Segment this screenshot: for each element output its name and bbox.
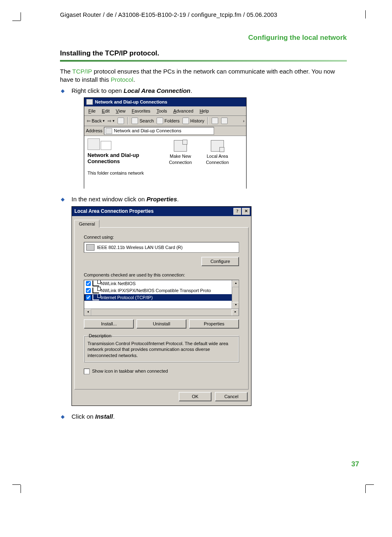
component-item[interactable]: NWLink IPX/SPX/NetBIOS Compatible Transp… (84, 287, 239, 294)
toolbar: ⇦ Back ▾ ⇨ ▾ Search Folders History › (84, 116, 246, 126)
component-checkbox[interactable] (86, 295, 91, 300)
component-checkbox[interactable] (86, 288, 91, 293)
adapter-field: IEEE 802.11b Wireless LAN USB Card (R) (84, 242, 239, 253)
components-listbox[interactable]: NWLink NetBIOS NWLink IPX/SPX/NetBIOS Co… (84, 280, 239, 316)
pane-title: Network and Dial-up Connections (88, 152, 159, 165)
properties-button[interactable]: Properties (189, 319, 239, 329)
pane-description: This folder contains network (88, 171, 159, 176)
description-legend: Description (88, 333, 113, 339)
configure-button[interactable]: Configure (201, 257, 239, 266)
menu-bar[interactable]: File Edit View Favorites Tools Advanced … (84, 106, 246, 116)
info-pane: Network and Dial-up Connections This fol… (84, 136, 162, 189)
address-bar: Address Network and Dial-up Connections (84, 126, 246, 136)
protocol-icon (92, 288, 99, 293)
connections-icon (88, 138, 100, 150)
step-item: Click on Install. (60, 413, 347, 421)
uninstall-button[interactable]: Uninstall (136, 319, 187, 329)
folders-icon (157, 118, 163, 124)
vertical-scrollbar[interactable]: ▴ ▾ (232, 280, 239, 309)
history-button[interactable]: History (182, 117, 205, 124)
component-item-selected[interactable]: Internet Protocol (TCP/IP) (84, 294, 239, 301)
scroll-right-icon[interactable]: ▸ (232, 309, 239, 316)
history-icon (182, 118, 189, 124)
description-group: Description Transmission Control Protoco… (84, 333, 239, 362)
horizontal-scrollbar[interactable]: ◂ ▸ (84, 309, 239, 316)
step-item: In the next window click on Properties. … (60, 195, 347, 406)
divider (60, 60, 347, 62)
up-button[interactable] (117, 117, 125, 124)
scroll-up-icon[interactable]: ▴ (232, 280, 239, 287)
address-icon (106, 128, 112, 134)
scroll-left-icon[interactable]: ◂ (84, 309, 91, 316)
tool-icon (221, 118, 228, 124)
folders-button[interactable]: Folders (156, 117, 180, 124)
connect-using-label: Connect using: (84, 234, 239, 240)
menu-help[interactable]: Help (197, 107, 212, 115)
show-icon-option[interactable]: Show icon in taskbar when connected (84, 368, 239, 374)
tool-icon (212, 118, 218, 124)
window-titlebar: Network and Dial-up Connections (84, 98, 246, 106)
tool-button-1[interactable] (211, 117, 219, 124)
menu-tools[interactable]: Tools (154, 107, 170, 115)
close-button[interactable]: ✕ (242, 208, 250, 215)
lan-connection-icon (211, 140, 224, 152)
document-path: Gigaset Router / de / A31008-E105-B100-2… (60, 12, 347, 18)
menu-view[interactable]: View (113, 107, 128, 115)
component-item[interactable]: NWLink NetBIOS (84, 280, 239, 287)
dialog-titlebar: Local Area Connection Properties ? ✕ (72, 207, 251, 216)
intro-paragraph: The TCP/IP protocol ensures that the PCs… (60, 67, 347, 84)
checkbox[interactable] (84, 369, 90, 374)
search-icon (131, 118, 138, 124)
scroll-down-icon[interactable]: ▾ (232, 302, 239, 309)
nic-icon (86, 244, 95, 251)
component-checkbox[interactable] (86, 281, 91, 286)
protocol-icon (92, 281, 99, 286)
link-protocol: Protocol (111, 76, 133, 83)
address-label: Address (86, 128, 102, 134)
tool-button-2[interactable] (220, 117, 228, 124)
cancel-button[interactable]: Cancel (215, 392, 248, 401)
menu-advanced[interactable]: Advanced (171, 107, 196, 115)
folder-up-icon (118, 118, 124, 124)
protocol-icon (92, 295, 99, 300)
description-text: Transmission Control Protocol/Internet P… (88, 341, 235, 359)
step-item: Right click to open Local Area Connectio… (60, 87, 347, 189)
subsection-title: Installing the TCP/IP protocol. (60, 49, 347, 58)
address-field[interactable]: Network and Dial-up Connections (104, 127, 214, 135)
forward-button[interactable]: ⇨ ▾ (107, 118, 115, 124)
menu-favorites[interactable]: Favorites (129, 107, 153, 115)
install-button[interactable]: Install... (84, 319, 134, 329)
dialog-panel: Connect using: IEEE 802.11b Wireless LAN… (74, 227, 249, 389)
screenshot-network-connections: Network and Dial-up Connections File Edi… (84, 97, 247, 189)
window-icon (86, 99, 93, 105)
ok-button[interactable]: OK (179, 392, 212, 401)
screenshot-connection-properties: Local Area Connection Properties ? ✕ Gen… (71, 206, 251, 406)
components-label: Components checked are used by this conn… (84, 272, 239, 278)
new-connection-icon (174, 140, 187, 152)
menu-edit[interactable]: Edit (99, 107, 112, 115)
icon-area: Make New Connection Local Area Connectio… (162, 136, 246, 189)
dialog-title: Local Area Connection Properties (74, 208, 154, 214)
tab-general[interactable]: General (74, 220, 99, 228)
make-new-connection[interactable]: Make New Connection (166, 140, 195, 166)
page-number: 37 (351, 460, 359, 468)
adapter-name: IEEE 802.11b Wireless LAN USB Card (R) (97, 244, 182, 251)
local-area-connection[interactable]: Local Area Connection (203, 140, 232, 166)
back-button[interactable]: ⇦ Back ▾ (86, 118, 106, 124)
search-button[interactable]: Search (131, 117, 154, 124)
window-title: Network and Dial-up Connections (95, 99, 167, 105)
menu-file[interactable]: File (86, 107, 98, 115)
link-tcpip: TCP/IP (72, 68, 92, 75)
folder-icon (101, 141, 111, 150)
help-button[interactable]: ? (233, 208, 241, 215)
section-header: Configuring the local network (36, 34, 347, 42)
